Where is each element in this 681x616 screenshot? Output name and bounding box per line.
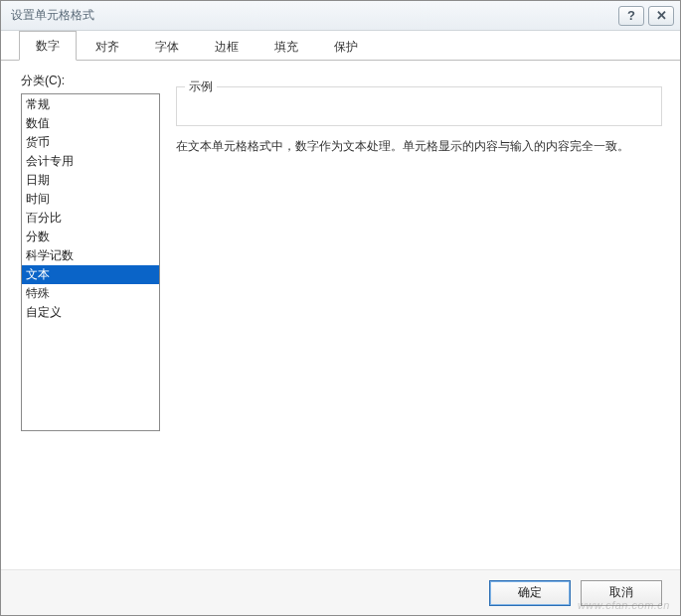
list-item[interactable]: 科学记数 xyxy=(22,246,159,265)
dialog-footer: 确定 取消 xyxy=(1,569,680,615)
list-item[interactable]: 文本 xyxy=(22,265,159,284)
tab-label: 边框 xyxy=(215,40,239,54)
list-item[interactable]: 货币 xyxy=(22,133,159,152)
list-item[interactable]: 自定义 xyxy=(22,303,159,322)
tab-protection[interactable]: 保护 xyxy=(317,32,375,61)
tab-content: 分类(C): 常规 数值 货币 会计专用 日期 时间 百分比 分数 科学记数 文… xyxy=(1,61,680,569)
list-item[interactable]: 常规 xyxy=(22,95,159,114)
list-item[interactable]: 会计专用 xyxy=(22,152,159,171)
button-label: 取消 xyxy=(609,584,633,601)
dialog-window: 设置单元格格式 ? ✕ 数字 对齐 字体 边框 填充 保护 分类(C): 常规 … xyxy=(0,0,681,616)
sample-box: 示例 xyxy=(176,86,662,126)
list-item-label: 文本 xyxy=(26,267,50,281)
tab-label: 填充 xyxy=(274,40,298,54)
tab-border[interactable]: 边框 xyxy=(198,32,255,61)
list-item[interactable]: 分数 xyxy=(22,228,159,246)
list-item-label: 货币 xyxy=(26,135,50,149)
tab-label: 对齐 xyxy=(95,40,119,54)
tab-label: 字体 xyxy=(155,40,179,54)
cancel-button[interactable]: 取消 xyxy=(581,580,662,606)
tab-number[interactable]: 数字 xyxy=(19,31,77,61)
tab-font[interactable]: 字体 xyxy=(138,32,196,61)
list-item-label: 自定义 xyxy=(26,305,62,319)
list-item[interactable]: 数值 xyxy=(22,114,159,133)
list-item[interactable]: 日期 xyxy=(22,171,159,190)
list-item[interactable]: 百分比 xyxy=(22,209,159,228)
tab-alignment[interactable]: 对齐 xyxy=(79,32,136,61)
list-item-label: 会计专用 xyxy=(26,154,74,168)
category-listbox[interactable]: 常规 数值 货币 会计专用 日期 时间 百分比 分数 科学记数 文本 特殊 自定… xyxy=(21,93,160,431)
number-panel: 分类(C): 常规 数值 货币 会计专用 日期 时间 百分比 分数 科学记数 文… xyxy=(21,73,662,561)
tab-label: 保护 xyxy=(334,40,358,54)
list-item-label: 常规 xyxy=(26,97,50,111)
category-label: 分类(C): xyxy=(21,73,160,89)
ok-button[interactable]: 确定 xyxy=(489,580,571,606)
list-item[interactable]: 时间 xyxy=(22,190,159,209)
tabstrip: 数字 对齐 字体 边框 填充 保护 xyxy=(1,31,680,61)
detail-column: 示例 在文本单元格格式中，数字作为文本处理。单元格显示的内容与输入的内容完全一致… xyxy=(176,73,662,561)
format-description: 在文本单元格格式中，数字作为文本处理。单元格显示的内容与输入的内容完全一致。 xyxy=(176,136,662,156)
list-item-label: 日期 xyxy=(26,173,50,187)
close-button[interactable]: ✕ xyxy=(648,6,674,26)
window-title: 设置单元格格式 xyxy=(11,7,614,24)
help-button[interactable]: ? xyxy=(618,6,644,26)
tab-fill[interactable]: 填充 xyxy=(257,32,315,61)
tab-label: 数字 xyxy=(36,39,60,53)
button-label: 确定 xyxy=(518,584,542,601)
close-icon: ✕ xyxy=(656,8,667,23)
list-item-label: 百分比 xyxy=(26,211,62,225)
list-item[interactable]: 特殊 xyxy=(22,284,159,303)
category-column: 分类(C): 常规 数值 货币 会计专用 日期 时间 百分比 分数 科学记数 文… xyxy=(21,73,160,561)
list-item-label: 数值 xyxy=(26,116,50,130)
titlebar: 设置单元格格式 ? ✕ xyxy=(1,1,680,31)
list-item-label: 时间 xyxy=(26,192,50,206)
sample-legend: 示例 xyxy=(185,78,217,95)
list-item-label: 分数 xyxy=(26,230,50,243)
help-icon: ? xyxy=(627,8,635,23)
list-item-label: 科学记数 xyxy=(26,248,74,262)
list-item-label: 特殊 xyxy=(26,286,50,300)
